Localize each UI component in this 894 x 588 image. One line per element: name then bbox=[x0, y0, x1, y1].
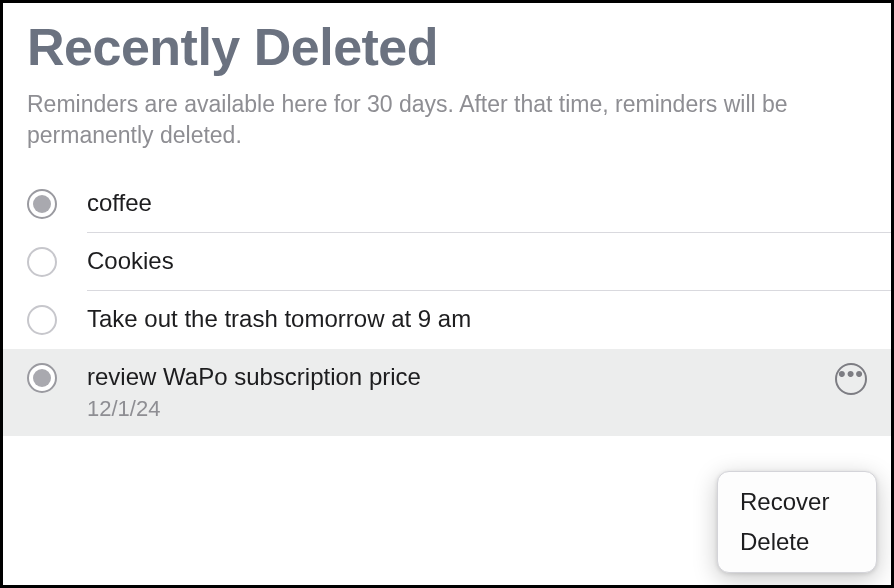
reminders-list: coffee Cookies Take out the trash tomorr… bbox=[3, 175, 891, 436]
completion-circle-icon[interactable] bbox=[27, 247, 57, 277]
reminder-title: review WaPo subscription price bbox=[87, 363, 835, 392]
page-subtitle: Reminders are available here for 30 days… bbox=[27, 89, 867, 151]
header: Recently Deleted Reminders are available… bbox=[3, 3, 891, 175]
reminder-row[interactable]: Take out the trash tomorrow at 9 am bbox=[3, 291, 891, 349]
more-options-icon[interactable]: ••• bbox=[835, 363, 867, 395]
reminder-content: coffee bbox=[87, 189, 867, 219]
reminder-content: Take out the trash tomorrow at 9 am bbox=[87, 305, 867, 335]
page-title: Recently Deleted bbox=[27, 17, 867, 77]
reminder-row[interactable]: Cookies bbox=[3, 233, 891, 291]
delete-menu-item[interactable]: Delete bbox=[718, 522, 876, 562]
reminder-date: 12/1/24 bbox=[87, 396, 835, 422]
reminder-title: Cookies bbox=[87, 247, 867, 276]
recently-deleted-view: Recently Deleted Reminders are available… bbox=[0, 0, 894, 588]
reminder-content: Cookies bbox=[87, 247, 867, 277]
completion-circle-icon[interactable] bbox=[27, 363, 57, 393]
reminder-title: Take out the trash tomorrow at 9 am bbox=[87, 305, 867, 334]
reminder-title: coffee bbox=[87, 189, 867, 218]
context-menu: Recover Delete bbox=[717, 471, 877, 573]
recover-menu-item[interactable]: Recover bbox=[718, 482, 876, 522]
completion-circle-icon[interactable] bbox=[27, 189, 57, 219]
reminder-row[interactable]: coffee bbox=[3, 175, 891, 233]
completion-circle-icon[interactable] bbox=[27, 305, 57, 335]
reminder-content: review WaPo subscription price 12/1/24 bbox=[87, 363, 835, 422]
reminder-row-selected[interactable]: review WaPo subscription price 12/1/24 •… bbox=[3, 349, 891, 436]
